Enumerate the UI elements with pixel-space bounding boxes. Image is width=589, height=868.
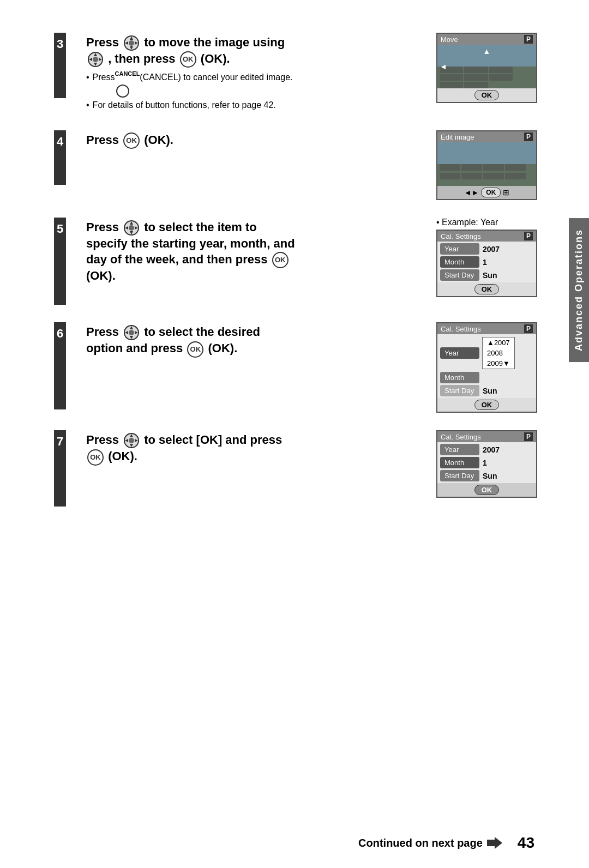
bottom-bar: Continued on next page 43 [358, 834, 534, 852]
step-3-ok-label: (OK). [201, 52, 230, 65]
move-screen-p-icon: P [524, 35, 533, 44]
svg-point-17 [129, 225, 134, 231]
ok-icon-7: OK [87, 449, 104, 466]
step-5-number-col: 5 [44, 218, 76, 305]
edit-screen-p-icon: P [524, 132, 533, 141]
svg-point-29 [129, 438, 134, 443]
svg-rect-30 [487, 840, 495, 846]
year-2009-val: 2009 [487, 359, 503, 367]
ok-icon-5: OK [272, 252, 289, 268]
cal-screen-6-title: Cal. Settings [441, 325, 481, 333]
cal-startday-label-6: Start Day [440, 385, 479, 396]
step-3-move-label: to move the image using [144, 35, 285, 49]
year-2007-val: 2007 [494, 339, 510, 347]
cal-year-value-7: 2007 [483, 445, 500, 454]
page-number: 43 [518, 834, 534, 852]
step-5-specify-label: specify the starting year, month, and [86, 237, 295, 250]
cal-row-year-5: Year 2007 [440, 243, 533, 255]
cancel-label-text: CANCEL [115, 70, 140, 77]
step-4-title: Press OK (OK). [86, 132, 425, 149]
step-5-block: 5 Press to select the item to sp [44, 218, 545, 305]
step-7-content: Press to select [OK] and press OK (OK). [76, 430, 425, 468]
step-4-number-col: 4 [44, 130, 76, 185]
step-6-press-label: Press [86, 325, 122, 339]
fourway-icon-3b [87, 51, 104, 68]
move-screen: Move P ▲ [436, 33, 537, 103]
cal-screen-5: Cal. Settings P Year 2007 Month 1 Start … [436, 230, 537, 297]
move-screen-ok-bar: OK [437, 88, 536, 102]
cal-month-value-7: 1 [483, 459, 487, 467]
year-dropdown-6: ▲ 2007 2008 2009 ▼ [482, 337, 515, 369]
ok-icon-3: OK [180, 51, 196, 68]
step-5-content: Press to select the item to specify the … [76, 218, 425, 287]
year-2007-item: ▲ 2007 [483, 337, 514, 348]
step-4-press-label: Press [86, 133, 122, 147]
step-3-note-1: • Press CANCEL (CANCEL) to cancel your e… [86, 71, 425, 98]
step-5-ok-label: (OK). [86, 269, 116, 282]
fourway-icon-5 [123, 220, 140, 236]
cal-screen-6-ok-bar: OK [437, 398, 536, 412]
step-6-number-col: 6 [44, 322, 76, 409]
cal-screen-6-header: Cal. Settings P [437, 323, 536, 334]
step-3-bar: 3 [54, 33, 66, 98]
step-6-content: Press to select the desired option and p… [76, 322, 425, 360]
step-3-block: 3 Press to move the image using [44, 33, 545, 113]
cal-year-label-6: Year [440, 347, 479, 359]
step-4-screen: Edit image P [436, 130, 545, 200]
cal-startday-value-6: Sun [483, 387, 497, 395]
step-5-day-label: day of the week, and then press [86, 252, 271, 266]
step-7-screen-area: Cal. Settings P Year 2007 Month 1 Start … [436, 430, 545, 498]
cal-screen-6: Cal. Settings P Year ▲ 2007 2008 [436, 322, 537, 413]
cal-year-label-5: Year [440, 243, 479, 255]
left-arrow-screen: ◄ [440, 62, 447, 71]
step-5-select-label: to select the item to [144, 220, 257, 234]
step-3-content: Press to move the image using [76, 33, 425, 113]
svg-point-11 [93, 57, 98, 62]
ok-icon-6: OK [187, 341, 203, 358]
svg-point-23 [129, 330, 134, 335]
move-screen-image: ▲ ◄ [437, 45, 536, 88]
step-4-content: Press OK (OK). [76, 130, 425, 152]
cal-screen-7-p-icon: P [524, 432, 533, 441]
step-6-title: Press to select the desired option and p… [86, 324, 425, 357]
fourway-icon-3 [123, 35, 140, 51]
step-5-title: Press to select the item to specify the … [86, 220, 425, 284]
step-6-option-label: option and press [86, 341, 186, 355]
edit-ok-btn: OK [481, 188, 501, 197]
edit-screen-header: Edit image P [437, 131, 536, 142]
cal-screen-6-ok-btn: OK [474, 400, 500, 410]
cal-screen-7: Cal. Settings P Year 2007 Month 1 Start … [436, 430, 537, 498]
step-4-bar: 4 [54, 130, 66, 185]
step-7-select-label: to select [OK] and press [144, 433, 282, 447]
cal-screen-5-header: Cal. Settings P [437, 231, 536, 242]
cal-screen-7-header: Cal. Settings P [437, 431, 536, 442]
step-7-number-col: 7 [44, 430, 76, 507]
cal-screen-7-ok-bar: OK [437, 483, 536, 497]
step-5-bar: 5 [54, 218, 66, 305]
fourway-icon-7 [123, 432, 140, 449]
step-7-ok-label: (OK). [108, 449, 137, 463]
edit-grid-icon: ⊞ [503, 188, 509, 197]
down-arrow-6: ▼ [503, 359, 510, 367]
cancel-icon [116, 85, 129, 98]
cal-startday-label-5: Start Day [440, 269, 479, 281]
cal-screen-5-ok-bar: OK [437, 282, 536, 296]
cal-row-month-6: Month [440, 372, 533, 383]
step-3-title: Press to move the image using [86, 35, 425, 68]
step-6-number: 6 [57, 327, 63, 341]
step-3-then-label: , then press [108, 52, 179, 65]
grid-overlay [440, 67, 534, 83]
cal-year-value-5: 2007 [483, 245, 500, 254]
step-5-screen-area: • Example: Year Cal. Settings P Year 200… [436, 218, 545, 297]
step-6-ok-label: (OK). [208, 341, 237, 355]
cancel-wrapper: CANCEL [115, 71, 140, 98]
step-6-select-label: to select the desired [144, 325, 260, 339]
edit-landscape-sim [437, 142, 536, 186]
step-7-block: 7 Press to select [OK] and press [44, 430, 545, 507]
cal-startday-label-7: Start Day [440, 470, 479, 481]
cal-screen-5-title: Cal. Settings [441, 232, 481, 240]
edit-screen-image [437, 142, 536, 186]
cal-startday-value-5: Sun [483, 271, 497, 280]
cal-row-year-6: Year ▲ 2007 2008 2009 ▼ [440, 336, 533, 370]
edit-left-right-icon: ◄► [464, 188, 479, 197]
